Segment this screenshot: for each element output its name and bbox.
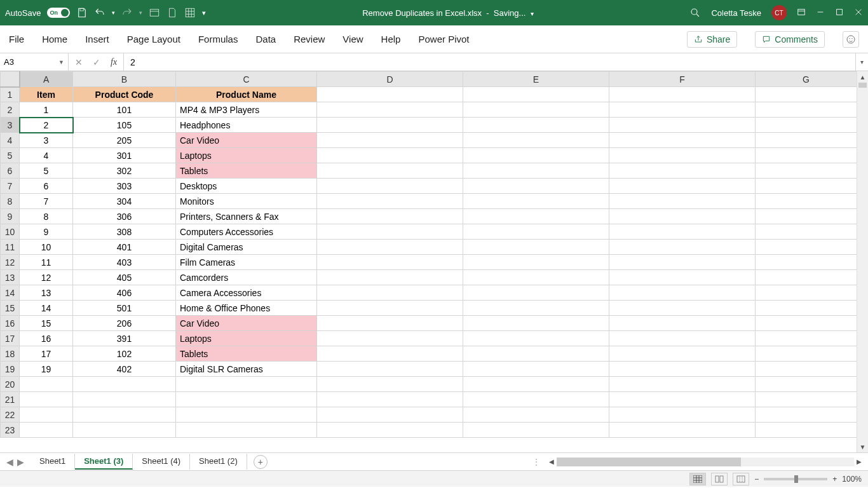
row-header[interactable]: 17	[1, 331, 20, 346]
cell[interactable]	[73, 407, 176, 423]
scroll-right-icon[interactable]: ▶	[854, 458, 864, 465]
cell[interactable]: Tablets	[176, 346, 317, 362]
cell[interactable]	[20, 423, 73, 438]
cell[interactable]	[756, 255, 857, 270]
enter-formula-icon[interactable]: ✓	[93, 57, 100, 67]
formula-input[interactable]: 2	[124, 53, 855, 71]
zoom-out-button[interactable]: −	[754, 475, 759, 484]
cancel-formula-icon[interactable]: ✕	[75, 57, 83, 67]
cell[interactable]: 5	[20, 163, 73, 179]
row-header[interactable]: 13	[1, 270, 20, 285]
cell[interactable]	[317, 285, 463, 301]
cell[interactable]	[317, 362, 463, 377]
ribbon-tab-insert[interactable]: Insert	[85, 34, 109, 44]
ribbon-tab-formulas[interactable]: Formulas	[198, 34, 238, 44]
column-header-E[interactable]: E	[463, 72, 609, 87]
cell[interactable]	[20, 377, 73, 392]
cell[interactable]	[609, 392, 756, 407]
cell[interactable]: 3	[20, 133, 73, 148]
cell[interactable]	[73, 377, 176, 392]
cell[interactable]	[756, 224, 857, 240]
row-header[interactable]: 22	[1, 407, 20, 423]
cell[interactable]: 101	[73, 102, 176, 118]
cell[interactable]	[463, 255, 609, 270]
cell[interactable]: Digital Cameras	[176, 240, 317, 255]
cell[interactable]	[317, 87, 463, 102]
row-header[interactable]: 8	[1, 194, 20, 209]
cell[interactable]	[756, 331, 857, 346]
column-header-B[interactable]: B	[73, 72, 176, 87]
cell[interactable]: 15	[20, 316, 73, 331]
qat-icon-3[interactable]	[184, 7, 196, 18]
column-header-C[interactable]: C	[176, 72, 317, 87]
vertical-scrollbar[interactable]: ▲ ▼	[857, 71, 868, 452]
cell[interactable]: 12	[20, 270, 73, 285]
cell[interactable]	[609, 148, 756, 163]
ribbon-tab-power-pivot[interactable]: Power Pivot	[418, 34, 469, 44]
cell[interactable]	[317, 423, 463, 438]
cell[interactable]: Camera Accessories	[176, 285, 317, 301]
cell[interactable]	[756, 102, 857, 118]
cell[interactable]: 306	[73, 209, 176, 224]
row-header[interactable]: 20	[1, 377, 20, 392]
cell[interactable]: 14	[20, 301, 73, 316]
column-header-A[interactable]: A	[20, 72, 73, 87]
fx-icon[interactable]: fx	[111, 57, 117, 67]
cell[interactable]	[756, 407, 857, 423]
cell[interactable]: 17	[20, 346, 73, 362]
chevron-down-icon[interactable]: ▼	[58, 59, 64, 65]
cell[interactable]	[609, 285, 756, 301]
cell[interactable]	[463, 148, 609, 163]
undo-icon[interactable]	[94, 7, 105, 18]
cell[interactable]	[20, 407, 73, 423]
cell[interactable]	[317, 301, 463, 316]
cell[interactable]: 401	[73, 240, 176, 255]
cell[interactable]	[463, 87, 609, 102]
cell[interactable]	[463, 346, 609, 362]
ribbon-tab-home[interactable]: Home	[42, 34, 67, 44]
cell[interactable]: 402	[73, 362, 176, 377]
ribbon-tab-data[interactable]: Data	[255, 34, 276, 44]
ribbon-tab-page-layout[interactable]: Page Layout	[127, 34, 180, 44]
row-header[interactable]: 5	[1, 148, 20, 163]
cell[interactable]	[317, 392, 463, 407]
zoom-slider[interactable]	[764, 478, 827, 480]
cell[interactable]	[176, 377, 317, 392]
cell[interactable]: 403	[73, 255, 176, 270]
cell[interactable]: 206	[73, 316, 176, 331]
cell[interactable]	[463, 270, 609, 285]
cell[interactable]	[609, 331, 756, 346]
zoom-level[interactable]: 100%	[842, 475, 862, 484]
cell[interactable]: 304	[73, 194, 176, 209]
cell[interactable]	[463, 407, 609, 423]
cell[interactable]	[463, 301, 609, 316]
cell[interactable]: 205	[73, 133, 176, 148]
cell[interactable]	[609, 377, 756, 392]
cell[interactable]: 7	[20, 194, 73, 209]
expand-formula-icon[interactable]: ▾	[855, 53, 868, 71]
cell[interactable]	[463, 316, 609, 331]
redo-icon[interactable]	[121, 7, 133, 18]
cell[interactable]	[463, 224, 609, 240]
cell[interactable]: Camcorders	[176, 270, 317, 285]
comments-button[interactable]: Comments	[755, 31, 825, 48]
cell[interactable]	[609, 163, 756, 179]
cell[interactable]: Desktops	[176, 179, 317, 194]
cell[interactable]	[317, 346, 463, 362]
cell[interactable]	[463, 377, 609, 392]
cell[interactable]	[463, 209, 609, 224]
user-avatar[interactable]: CT	[771, 5, 787, 20]
maximize-icon[interactable]	[835, 8, 844, 18]
cell[interactable]	[756, 209, 857, 224]
cell[interactable]	[609, 118, 756, 133]
row-header[interactable]: 18	[1, 346, 20, 362]
cell[interactable]	[463, 423, 609, 438]
cell[interactable]	[317, 270, 463, 285]
cell[interactable]	[756, 377, 857, 392]
sheet-tab[interactable]: Sheet1 (4)	[133, 454, 190, 470]
cell[interactable]: Car Video	[176, 316, 317, 331]
cell[interactable]: Computers Accessories	[176, 224, 317, 240]
column-header-F[interactable]: F	[609, 72, 756, 87]
pagebreak-view-button[interactable]	[733, 473, 749, 485]
cell[interactable]	[20, 392, 73, 407]
